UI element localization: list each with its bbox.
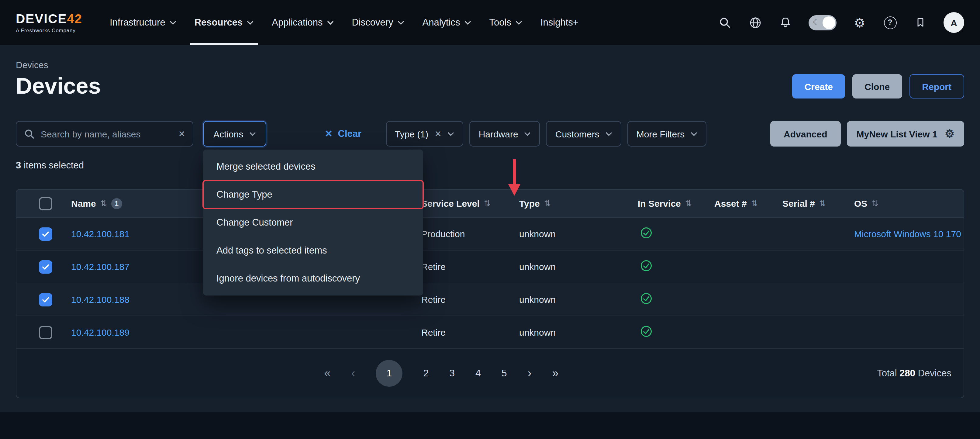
- logo-subtitle: A Freshworks Company: [16, 27, 83, 33]
- nav-analytics[interactable]: Analytics: [414, 0, 480, 45]
- device-name-link[interactable]: 10.42.100.181: [71, 229, 129, 239]
- type-filter-chip[interactable]: Type (1) ✕: [386, 121, 463, 146]
- device-name-link[interactable]: 10.42.100.189: [71, 327, 129, 337]
- table-row: 10.42.100.181 Production unknown Microso…: [16, 218, 964, 251]
- nav-insights[interactable]: Insights+: [531, 0, 587, 45]
- in-service-check-icon: [640, 325, 652, 337]
- page-button-1[interactable]: 1: [376, 360, 402, 387]
- bell-icon[interactable]: [778, 15, 793, 30]
- actions-dropdown-wrap: Actions Merge selected devices Change Ty…: [203, 121, 266, 146]
- prev-page-button[interactable]: ‹: [352, 367, 355, 380]
- service-level-cell: Retire: [415, 294, 513, 305]
- in-service-cell: [634, 259, 708, 274]
- page-button-3[interactable]: 3: [449, 368, 455, 379]
- sort-icon: ⇅: [685, 199, 692, 208]
- chevron-down-icon: [524, 132, 531, 136]
- nav-tools[interactable]: Tools: [480, 0, 531, 45]
- footer-band: [0, 412, 980, 439]
- page-content: Devices Devices Create Clone Report ✕ Ac…: [0, 45, 980, 439]
- sort-icon: ⇅: [544, 199, 551, 208]
- report-button[interactable]: Report: [909, 74, 964, 99]
- remove-filter-icon[interactable]: ✕: [434, 129, 441, 138]
- column-header-type[interactable]: Type⇅: [513, 198, 632, 208]
- menu-item-change-type[interactable]: Change Type: [203, 181, 423, 208]
- sort-icon: ⇅: [751, 199, 758, 208]
- bookmark-icon[interactable]: [913, 15, 928, 30]
- avatar[interactable]: A: [943, 12, 964, 33]
- menu-item-ignore-devices[interactable]: Ignore devices from autodiscovery: [203, 264, 423, 293]
- column-header-os[interactable]: OS⇅: [848, 198, 964, 208]
- service-level-cell: Retire: [415, 261, 513, 272]
- table-header: Name ⇅ 1 Service Level⇅ Type⇅ In Service…: [16, 190, 964, 218]
- chevron-down-icon: [170, 21, 176, 25]
- in-service-cell: [634, 325, 708, 339]
- nav-applications[interactable]: Applications: [262, 0, 342, 45]
- gear-icon[interactable]: ⚙: [945, 128, 955, 139]
- clear-filters-button[interactable]: ✕ Clear: [325, 128, 361, 139]
- chevron-down-icon: [690, 132, 697, 136]
- nav-resources[interactable]: Resources: [185, 0, 263, 45]
- page-button-4[interactable]: 4: [476, 368, 481, 379]
- pagination: « ‹ 1 2 3 4 5 › » Total 280 Devices: [16, 349, 964, 398]
- device-name-link[interactable]: 10.42.100.187: [71, 261, 129, 272]
- os-link[interactable]: Microsoft Windows 10 170: [854, 229, 961, 239]
- first-page-button[interactable]: «: [325, 367, 331, 380]
- in-service-check-icon: [640, 227, 652, 239]
- chevron-down-icon: [327, 21, 334, 25]
- menu-item-change-customer[interactable]: Change Customer: [203, 208, 423, 237]
- customers-filter[interactable]: Customers: [546, 121, 621, 146]
- search-input[interactable]: [41, 129, 172, 139]
- hardware-filter[interactable]: Hardware: [469, 121, 540, 146]
- nav-infrastructure[interactable]: Infrastructure: [100, 0, 185, 45]
- actions-button[interactable]: Actions: [203, 121, 266, 146]
- last-page-button[interactable]: »: [552, 367, 558, 380]
- sort-icon: ⇅: [819, 199, 826, 208]
- list-view-button[interactable]: MyNew List View 1 ⚙: [847, 121, 964, 146]
- row-checkbox[interactable]: [39, 293, 52, 306]
- type-cell: unknown: [513, 261, 632, 272]
- row-checkbox[interactable]: [39, 227, 52, 240]
- create-button[interactable]: Create: [792, 74, 845, 99]
- clone-button[interactable]: Clone: [852, 74, 902, 99]
- page-button-5[interactable]: 5: [501, 368, 507, 379]
- in-service-cell: [634, 227, 708, 241]
- close-icon: ✕: [325, 128, 332, 139]
- advanced-button[interactable]: Advanced: [770, 121, 840, 146]
- row-checkbox[interactable]: [39, 326, 52, 339]
- type-cell: unknown: [513, 229, 632, 239]
- type-cell: unknown: [513, 294, 632, 305]
- logo[interactable]: DEVICE42 A Freshworks Company: [16, 0, 83, 45]
- service-level-cell: Production: [415, 229, 513, 239]
- select-all-checkbox[interactable]: [39, 197, 52, 210]
- breadcrumb[interactable]: Devices: [16, 60, 964, 70]
- page-button-2[interactable]: 2: [423, 368, 429, 379]
- sort-icon: ⇅: [484, 199, 491, 208]
- moon-icon: ☾: [813, 17, 820, 27]
- next-page-button[interactable]: ›: [528, 367, 531, 380]
- menu-item-merge[interactable]: Merge selected devices: [203, 153, 423, 181]
- sort-order-badge: 1: [111, 198, 122, 209]
- column-header-service-level[interactable]: Service Level⇅: [415, 198, 513, 208]
- more-filters[interactable]: More Filters: [627, 121, 706, 146]
- column-header-in-service[interactable]: In Service⇅: [632, 198, 708, 208]
- chevron-down-icon: [249, 132, 256, 136]
- top-nav: DEVICE42 A Freshworks Company Infrastruc…: [0, 0, 980, 45]
- menu-item-add-tags[interactable]: Add tags to selected items: [203, 237, 423, 264]
- search-icon[interactable]: [718, 15, 732, 30]
- in-service-cell: [634, 293, 708, 307]
- chevron-down-icon: [465, 21, 471, 25]
- gear-icon[interactable]: ⚙: [852, 15, 867, 30]
- globe-icon[interactable]: [748, 15, 762, 30]
- theme-toggle[interactable]: ☾: [808, 15, 837, 30]
- search-box: ✕: [16, 121, 193, 146]
- search-clear-icon[interactable]: ✕: [178, 129, 185, 138]
- column-header-serial[interactable]: Serial #⇅: [776, 198, 848, 208]
- row-checkbox[interactable]: [39, 260, 52, 273]
- column-header-asset[interactable]: Asset #⇅: [708, 198, 776, 208]
- nav-discovery[interactable]: Discovery: [342, 0, 413, 45]
- help-icon[interactable]: ?: [883, 15, 897, 30]
- device-name-link[interactable]: 10.42.100.188: [71, 294, 129, 305]
- table-row: 10.42.100.189 Retire unknown: [16, 316, 964, 349]
- in-service-check-icon: [640, 259, 652, 272]
- sort-icon: ⇅: [872, 199, 878, 208]
